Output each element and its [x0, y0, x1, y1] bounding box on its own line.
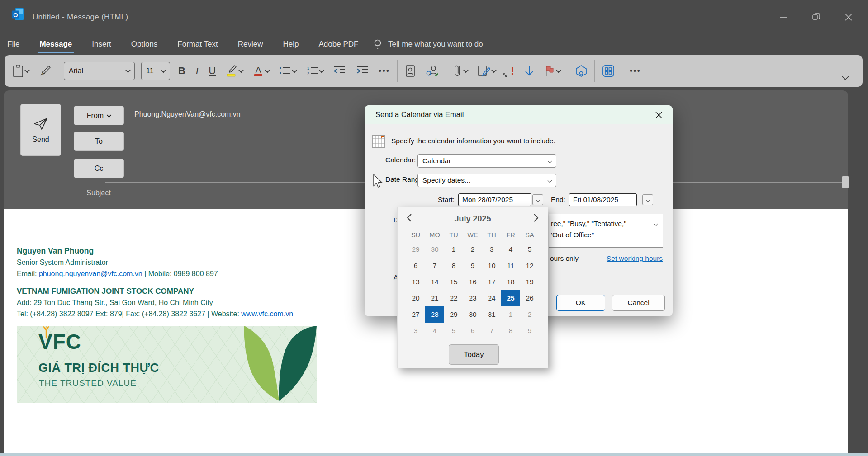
italic-button[interactable]: I: [194, 63, 200, 79]
tab-options[interactable]: Options: [130, 38, 159, 51]
signature-email-link[interactable]: phuong.nguyenvan@vfc.com.vn: [39, 270, 142, 277]
signature-website-link[interactable]: www.vfc.com.vn: [241, 310, 293, 318]
calendar-day[interactable]: 5: [444, 323, 463, 339]
tab-message[interactable]: Message: [38, 38, 73, 51]
calendar-day[interactable]: 31: [482, 306, 501, 323]
calendar-day[interactable]: 29: [444, 306, 463, 323]
calendar-day[interactable]: 3: [482, 241, 501, 258]
highlight-color-button[interactable]: [224, 63, 245, 79]
calendar-day[interactable]: 21: [425, 290, 444, 306]
font-color-button[interactable]: A: [251, 63, 271, 79]
paste-dropdown-chevron[interactable]: [24, 68, 29, 73]
calendar-day[interactable]: 2: [520, 306, 539, 323]
next-month-button[interactable]: [534, 214, 539, 224]
calendar-day[interactable]: 29: [406, 241, 425, 258]
calendar-day[interactable]: 2: [463, 241, 482, 258]
calendar-day[interactable]: 30: [463, 306, 482, 323]
signature-button[interactable]: [476, 63, 498, 79]
calendar-day[interactable]: 4: [501, 241, 520, 258]
calendar-day[interactable]: 25: [501, 290, 520, 306]
calendar-day[interactable]: 6: [406, 258, 425, 274]
dialog-close-button[interactable]: [653, 109, 664, 121]
bullets-button[interactable]: [277, 64, 298, 78]
format-painter-button[interactable]: [37, 63, 52, 79]
calendar-day[interactable]: 5: [520, 241, 539, 258]
calendar-day[interactable]: 22: [444, 290, 463, 306]
tab-adobe-pdf[interactable]: Adobe PDF: [318, 38, 360, 51]
calendar-day[interactable]: 9: [520, 323, 539, 339]
calendar-day[interactable]: 4: [425, 323, 444, 339]
font-name-combo[interactable]: Arial: [64, 62, 135, 80]
underline-button[interactable]: U: [207, 63, 218, 79]
calendar-day[interactable]: 28: [425, 306, 444, 323]
calendar-day[interactable]: 20: [406, 290, 425, 306]
paste-button[interactable]: [11, 63, 31, 79]
calendar-day[interactable]: 14: [425, 274, 444, 290]
month-title[interactable]: July 2025: [454, 214, 491, 224]
today-button[interactable]: Today: [449, 344, 499, 365]
calendar-day[interactable]: 8: [444, 258, 463, 274]
calendar-day[interactable]: 16: [463, 274, 482, 290]
calendar-day[interactable]: 1: [501, 306, 520, 323]
detail-select[interactable]: ree," "Busy," "Tentative," 'Out of Offic…: [549, 214, 663, 248]
calendar-day[interactable]: 10: [482, 258, 501, 274]
body-scrollbar-thumb[interactable]: [842, 176, 849, 188]
ok-button[interactable]: OK: [556, 295, 605, 311]
calendar-day[interactable]: 30: [425, 241, 444, 258]
increase-indent-button[interactable]: [354, 64, 370, 78]
check-names-button[interactable]: [424, 63, 440, 79]
from-button[interactable]: From: [74, 106, 124, 125]
bullets-dropdown-chevron[interactable]: [292, 68, 297, 73]
bold-button[interactable]: B: [176, 63, 187, 79]
numbering-dropdown-chevron[interactable]: [319, 68, 324, 73]
calendar-day[interactable]: 3: [406, 323, 425, 339]
collapse-ribbon-button[interactable]: [842, 74, 849, 82]
paragraph-dialog-launcher[interactable]: [503, 71, 508, 80]
attach-dropdown-chevron[interactable]: [463, 68, 468, 73]
minimize-button[interactable]: [777, 10, 790, 24]
font-color-dropdown-chevron[interactable]: [265, 68, 270, 73]
calendar-day[interactable]: 26: [520, 290, 539, 306]
calendar-day[interactable]: 11: [501, 258, 520, 274]
apps-button[interactable]: [600, 63, 617, 79]
calendar-day[interactable]: 24: [482, 290, 501, 306]
calendar-day[interactable]: 9: [463, 258, 482, 274]
high-importance-button[interactable]: !: [509, 63, 516, 79]
prev-month-button[interactable]: [407, 214, 412, 224]
calendar-day[interactable]: 17: [482, 274, 501, 290]
calendar-day[interactable]: 27: [406, 306, 425, 323]
numbering-button[interactable]: 12: [304, 64, 325, 78]
cancel-button[interactable]: Cancel: [612, 295, 665, 311]
from-value[interactable]: Phuong.NguyenVan@vfc.com.vn: [134, 110, 241, 118]
close-button[interactable]: [842, 10, 855, 24]
calendar-day[interactable]: 15: [444, 274, 463, 290]
calendar-day[interactable]: 7: [425, 258, 444, 274]
cc-button[interactable]: Cc: [74, 159, 124, 178]
calendar-day[interactable]: 19: [520, 274, 539, 290]
send-button[interactable]: Send: [20, 104, 61, 156]
ribbon-more-button[interactable]: •••: [628, 65, 643, 78]
calendar-day[interactable]: 13: [406, 274, 425, 290]
paragraph-more-button[interactable]: •••: [377, 65, 392, 78]
calendar-select[interactable]: Calendar: [417, 154, 556, 168]
date-range-select[interactable]: Specify dates...: [417, 174, 556, 187]
tell-me-box[interactable]: Tell me what you want to do: [374, 34, 483, 55]
calendar-day[interactable]: 23: [463, 290, 482, 306]
end-date-input[interactable]: Fri 01/08/2025: [569, 193, 637, 206]
signature-dropdown-chevron[interactable]: [491, 68, 496, 73]
end-date-dropdown-button[interactable]: [642, 194, 653, 205]
font-size-combo[interactable]: 11: [141, 62, 170, 80]
calendar-day[interactable]: 18: [501, 274, 520, 290]
calendar-day[interactable]: 12: [520, 258, 539, 274]
tab-review[interactable]: Review: [237, 38, 264, 51]
low-importance-button[interactable]: [522, 63, 536, 79]
start-date-dropdown-button[interactable]: [532, 194, 543, 205]
tab-help[interactable]: Help: [282, 38, 300, 51]
calendar-day[interactable]: 1: [444, 241, 463, 258]
tab-insert[interactable]: Insert: [91, 38, 112, 51]
restore-button[interactable]: [809, 10, 823, 24]
highlight-dropdown-chevron[interactable]: [238, 68, 243, 73]
start-date-input[interactable]: Mon 28/07/2025: [458, 193, 531, 206]
calendar-day[interactable]: 6: [463, 323, 482, 339]
tab-file[interactable]: File: [6, 38, 20, 51]
